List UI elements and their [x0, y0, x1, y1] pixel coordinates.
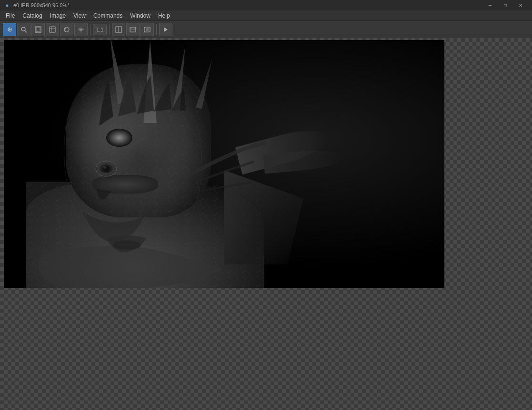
menu-item-image[interactable]: Image — [46, 10, 70, 20]
menu-item-file[interactable]: File — [2, 10, 19, 20]
title-text: e0 IPR 960x540 96.0%* — [13, 2, 69, 8]
menu-bar: File Catalog Image View Commands Window … — [0, 10, 532, 21]
pan-button[interactable] — [74, 23, 88, 36]
menu-item-help[interactable]: Help — [154, 10, 174, 20]
menu-item-window[interactable]: Window — [126, 10, 154, 20]
svg-rect-3 — [36, 28, 40, 31]
svg-point-7 — [64, 27, 69, 32]
window-controls: ─ □ ✕ — [482, 0, 528, 10]
svg-rect-4 — [50, 27, 55, 32]
maximize-button[interactable]: □ — [498, 0, 513, 10]
close-button[interactable]: ✕ — [513, 0, 528, 10]
toolbar-separator-3 — [156, 24, 157, 35]
split-view-button[interactable] — [112, 23, 125, 36]
title-bar-left: ● e0 IPR 960x540 96.0%* — [4, 2, 69, 9]
zoom-button[interactable] — [17, 23, 30, 36]
toolbar-separator-1 — [90, 24, 90, 35]
zoom-level-label: 1:1 — [93, 24, 107, 35]
toolbar: ⊕ 1:1 — [0, 21, 532, 38]
neck-area — [92, 175, 158, 194]
main-canvas — [4, 40, 444, 288]
view-opts-button[interactable] — [126, 23, 140, 36]
svg-rect-11 — [130, 27, 136, 32]
title-bar: ● e0 IPR 960x540 96.0%* ─ □ ✕ — [0, 0, 532, 10]
eye — [106, 129, 132, 147]
creature-body — [26, 52, 290, 288]
menu-item-catalog[interactable]: Catalog — [19, 10, 46, 20]
menu-item-commands[interactable]: Commands — [90, 10, 126, 20]
more-button[interactable] — [141, 23, 154, 36]
app-icon: ● — [4, 2, 10, 9]
menu-item-view[interactable]: View — [70, 10, 90, 20]
scale-texture-head — [66, 64, 211, 217]
info-button[interactable] — [60, 23, 73, 36]
svg-marker-17 — [164, 27, 168, 32]
svg-point-0 — [21, 27, 25, 31]
channels-button[interactable] — [46, 23, 59, 36]
zoom-fit-button[interactable]: ⊕ — [3, 23, 16, 36]
toolbar-separator-2 — [109, 24, 110, 35]
creature-render — [4, 40, 444, 288]
render-button[interactable] — [159, 23, 172, 36]
svg-line-1 — [25, 31, 27, 32]
head-shape — [66, 64, 211, 217]
svg-point-8 — [65, 28, 66, 29]
canvas-area[interactable] — [0, 38, 532, 410]
minimize-button[interactable]: ─ — [482, 0, 498, 10]
frame-button[interactable] — [31, 23, 45, 36]
